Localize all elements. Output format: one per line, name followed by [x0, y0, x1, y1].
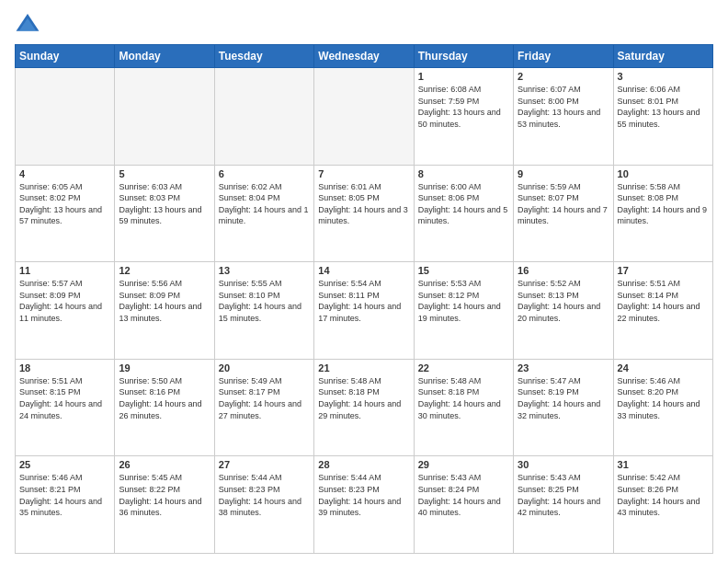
calendar-cell: 30 Sunrise: 5:43 AM Sunset: 8:25 PM Dayl… [514, 456, 613, 554]
header [15, 11, 713, 37]
day-info: Sunrise: 6:07 AM Sunset: 8:00 PM Dayligh… [518, 84, 609, 130]
calendar-cell: 28 Sunrise: 5:44 AM Sunset: 8:23 PM Dayl… [314, 456, 414, 554]
weekday-header-row: SundayMondayTuesdayWednesdayThursdayFrid… [16, 45, 713, 68]
calendar-cell: 24 Sunrise: 5:46 AM Sunset: 8:20 PM Dayl… [613, 359, 712, 456]
day-info: Sunrise: 6:06 AM Sunset: 8:01 PM Dayligh… [618, 84, 709, 130]
calendar-cell: 29 Sunrise: 5:43 AM Sunset: 8:24 PM Dayl… [414, 456, 513, 554]
calendar-cell: 23 Sunrise: 5:47 AM Sunset: 8:19 PM Dayl… [514, 359, 613, 456]
calendar-cell: 4 Sunrise: 6:05 AM Sunset: 8:02 PM Dayli… [16, 165, 115, 262]
day-number: 19 [119, 362, 210, 373]
calendar-week-row: 11 Sunrise: 5:57 AM Sunset: 8:09 PM Dayl… [16, 262, 713, 360]
day-number: 17 [618, 265, 709, 276]
calendar-cell: 20 Sunrise: 5:49 AM Sunset: 8:17 PM Dayl… [214, 359, 313, 456]
calendar-cell: 7 Sunrise: 6:01 AM Sunset: 8:05 PM Dayli… [314, 165, 414, 262]
day-info: Sunrise: 5:44 AM Sunset: 8:23 PM Dayligh… [219, 472, 310, 518]
day-info: Sunrise: 5:57 AM Sunset: 8:09 PM Dayligh… [19, 278, 110, 324]
day-info: Sunrise: 6:00 AM Sunset: 8:06 PM Dayligh… [418, 181, 509, 227]
weekday-header: Saturday [613, 45, 712, 68]
day-info: Sunrise: 6:03 AM Sunset: 8:03 PM Dayligh… [119, 181, 210, 227]
calendar-cell: 17 Sunrise: 5:51 AM Sunset: 8:14 PM Dayl… [613, 262, 712, 360]
calendar: SundayMondayTuesdayWednesdayThursdayFrid… [15, 44, 713, 554]
day-number: 2 [518, 71, 609, 82]
day-number: 29 [418, 459, 509, 470]
calendar-cell: 25 Sunrise: 5:46 AM Sunset: 8:21 PM Dayl… [16, 456, 115, 554]
calendar-cell: 3 Sunrise: 6:06 AM Sunset: 8:01 PM Dayli… [613, 68, 712, 166]
calendar-cell: 21 Sunrise: 5:48 AM Sunset: 8:18 PM Dayl… [314, 359, 414, 456]
day-info: Sunrise: 5:44 AM Sunset: 8:23 PM Dayligh… [318, 472, 409, 518]
day-info: Sunrise: 6:01 AM Sunset: 8:05 PM Dayligh… [318, 181, 409, 227]
calendar-cell: 22 Sunrise: 5:48 AM Sunset: 8:18 PM Dayl… [414, 359, 513, 456]
calendar-cell [314, 68, 414, 166]
day-info: Sunrise: 5:55 AM Sunset: 8:10 PM Dayligh… [219, 278, 310, 324]
day-number: 23 [518, 362, 609, 373]
day-number: 4 [19, 168, 110, 179]
day-info: Sunrise: 5:56 AM Sunset: 8:09 PM Dayligh… [119, 278, 210, 324]
day-info: Sunrise: 5:59 AM Sunset: 8:07 PM Dayligh… [518, 181, 609, 227]
day-info: Sunrise: 5:49 AM Sunset: 8:17 PM Dayligh… [219, 375, 310, 421]
logo [15, 11, 44, 37]
day-info: Sunrise: 5:48 AM Sunset: 8:18 PM Dayligh… [418, 375, 509, 421]
day-info: Sunrise: 5:45 AM Sunset: 8:22 PM Dayligh… [119, 472, 210, 518]
weekday-header: Friday [514, 45, 613, 68]
day-number: 1 [418, 71, 509, 82]
calendar-cell [115, 68, 214, 166]
calendar-cell: 10 Sunrise: 5:58 AM Sunset: 8:08 PM Dayl… [613, 165, 712, 262]
day-number: 26 [119, 459, 210, 470]
day-number: 7 [318, 168, 409, 179]
day-info: Sunrise: 5:46 AM Sunset: 8:20 PM Dayligh… [618, 375, 709, 421]
day-number: 15 [418, 265, 509, 276]
day-number: 16 [518, 265, 609, 276]
day-number: 20 [219, 362, 310, 373]
weekday-header: Thursday [414, 45, 513, 68]
day-info: Sunrise: 5:42 AM Sunset: 8:26 PM Dayligh… [618, 472, 709, 518]
day-info: Sunrise: 5:43 AM Sunset: 8:24 PM Dayligh… [418, 472, 509, 518]
day-number: 3 [618, 71, 709, 82]
day-info: Sunrise: 5:54 AM Sunset: 8:11 PM Dayligh… [318, 278, 409, 324]
day-number: 9 [518, 168, 609, 179]
day-info: Sunrise: 6:05 AM Sunset: 8:02 PM Dayligh… [19, 181, 110, 227]
weekday-header: Wednesday [314, 45, 414, 68]
calendar-cell: 15 Sunrise: 5:53 AM Sunset: 8:12 PM Dayl… [414, 262, 513, 360]
day-info: Sunrise: 5:48 AM Sunset: 8:18 PM Dayligh… [318, 375, 409, 421]
calendar-cell: 27 Sunrise: 5:44 AM Sunset: 8:23 PM Dayl… [214, 456, 313, 554]
page: SundayMondayTuesdayWednesdayThursdayFrid… [0, 0, 728, 563]
day-info: Sunrise: 5:51 AM Sunset: 8:14 PM Dayligh… [618, 278, 709, 324]
weekday-header: Sunday [16, 45, 115, 68]
weekday-header: Tuesday [214, 45, 313, 68]
calendar-cell: 12 Sunrise: 5:56 AM Sunset: 8:09 PM Dayl… [115, 262, 214, 360]
day-number: 28 [318, 459, 409, 470]
day-info: Sunrise: 5:43 AM Sunset: 8:25 PM Dayligh… [518, 472, 609, 518]
day-info: Sunrise: 5:53 AM Sunset: 8:12 PM Dayligh… [418, 278, 509, 324]
calendar-cell: 26 Sunrise: 5:45 AM Sunset: 8:22 PM Dayl… [115, 456, 214, 554]
day-info: Sunrise: 5:46 AM Sunset: 8:21 PM Dayligh… [19, 472, 110, 518]
calendar-cell: 19 Sunrise: 5:50 AM Sunset: 8:16 PM Dayl… [115, 359, 214, 456]
day-number: 13 [219, 265, 310, 276]
weekday-header: Monday [115, 45, 214, 68]
calendar-cell: 5 Sunrise: 6:03 AM Sunset: 8:03 PM Dayli… [115, 165, 214, 262]
calendar-cell: 14 Sunrise: 5:54 AM Sunset: 8:11 PM Dayl… [314, 262, 414, 360]
day-number: 14 [318, 265, 409, 276]
calendar-cell: 2 Sunrise: 6:07 AM Sunset: 8:00 PM Dayli… [514, 68, 613, 166]
day-number: 21 [318, 362, 409, 373]
calendar-cell: 16 Sunrise: 5:52 AM Sunset: 8:13 PM Dayl… [514, 262, 613, 360]
logo-icon [15, 11, 40, 37]
day-number: 8 [418, 168, 509, 179]
calendar-cell [16, 68, 115, 166]
calendar-cell: 18 Sunrise: 5:51 AM Sunset: 8:15 PM Dayl… [16, 359, 115, 456]
calendar-week-row: 4 Sunrise: 6:05 AM Sunset: 8:02 PM Dayli… [16, 165, 713, 262]
calendar-week-row: 1 Sunrise: 6:08 AM Sunset: 7:59 PM Dayli… [16, 68, 713, 166]
day-number: 25 [19, 459, 110, 470]
day-number: 10 [618, 168, 709, 179]
day-number: 12 [119, 265, 210, 276]
day-info: Sunrise: 5:58 AM Sunset: 8:08 PM Dayligh… [618, 181, 709, 227]
day-info: Sunrise: 5:52 AM Sunset: 8:13 PM Dayligh… [518, 278, 609, 324]
day-number: 31 [618, 459, 709, 470]
calendar-cell [214, 68, 313, 166]
day-info: Sunrise: 5:47 AM Sunset: 8:19 PM Dayligh… [518, 375, 609, 421]
day-number: 18 [19, 362, 110, 373]
calendar-cell: 13 Sunrise: 5:55 AM Sunset: 8:10 PM Dayl… [214, 262, 313, 360]
calendar-cell: 6 Sunrise: 6:02 AM Sunset: 8:04 PM Dayli… [214, 165, 313, 262]
day-info: Sunrise: 6:02 AM Sunset: 8:04 PM Dayligh… [219, 181, 310, 227]
day-number: 5 [119, 168, 210, 179]
day-number: 22 [418, 362, 509, 373]
